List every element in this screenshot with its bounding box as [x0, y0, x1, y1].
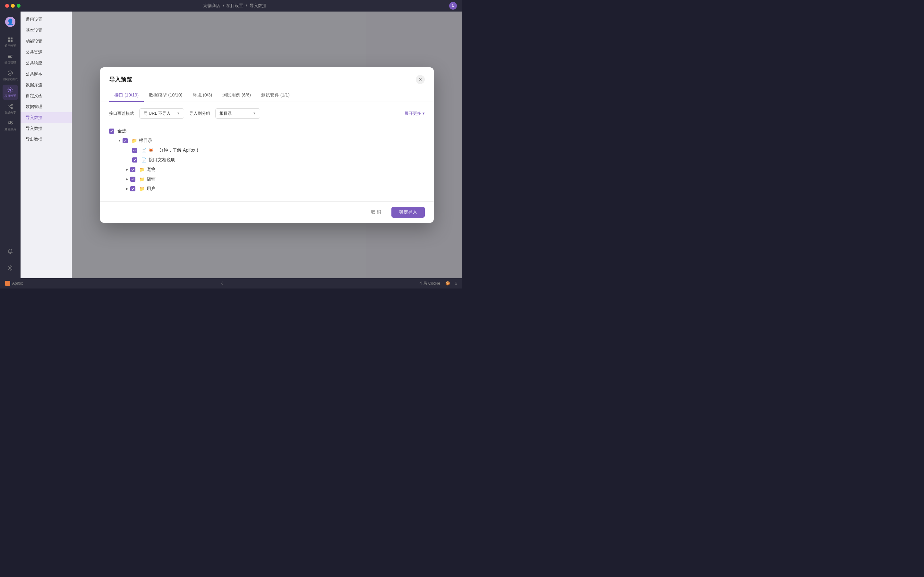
- sidebar-icon-autotest[interactable]: 自动化测试: [3, 68, 18, 83]
- svg-point-10: [8, 106, 9, 107]
- apifox-logo-text: Apifox: [12, 281, 23, 285]
- sidebar-icon-settings-bottom[interactable]: [3, 260, 18, 276]
- tab-data-model[interactable]: 数据模型 (10/10): [144, 89, 187, 102]
- breadcrumb-item-project: 项目设置: [226, 3, 243, 9]
- close-traffic-light[interactable]: [5, 4, 9, 8]
- sidebar-icon-avatar[interactable]: 👤: [3, 14, 18, 29]
- nav-item-custom[interactable]: 自定义函: [21, 90, 72, 101]
- breadcrumb-item-import: 导入数据: [250, 3, 266, 9]
- tree-root-toggle[interactable]: ▼: [117, 138, 122, 143]
- nav-item-import-active[interactable]: 导入数据: [21, 112, 72, 123]
- sidebar-icon-share[interactable]: 在线分享: [3, 101, 18, 117]
- sidebar-label-project: 项目设置: [5, 94, 16, 98]
- file-apifox-label: 一分钟，了解 Apifox！: [155, 147, 200, 153]
- nav-item-public-script[interactable]: 公共脚本: [21, 69, 72, 79]
- svg-rect-4: [8, 55, 13, 55]
- modal-close-button[interactable]: ✕: [416, 75, 425, 84]
- folder-user-checkbox[interactable]: [130, 186, 136, 191]
- nav-item-function[interactable]: 功能设置: [21, 36, 72, 47]
- tree-store-toggle[interactable]: ▶: [124, 177, 129, 182]
- nav-item-general[interactable]: 通用设置: [21, 14, 72, 25]
- svg-rect-5: [8, 56, 11, 57]
- folder-user-label: 用户: [147, 186, 156, 192]
- tab-test-suite[interactable]: 测试套件 (1/1): [256, 89, 295, 102]
- coverage-mode-chevron: ▼: [177, 111, 180, 115]
- title-bar: 宠物商店 / 项目设置 / 导入数据 ↻: [0, 0, 462, 11]
- tree-root-row: ▼ 📁 根目录: [117, 136, 425, 145]
- file-apifox-doc-icon: 📄: [141, 148, 147, 153]
- select-all-label: 全选: [118, 128, 126, 134]
- nav-item-data-mgmt[interactable]: 数据管理: [21, 101, 72, 112]
- svg-point-8: [9, 89, 11, 91]
- svg-point-11: [11, 107, 13, 109]
- options-bar: 接口覆盖模式 同 URL 不导入 ▼ 导入到分组 根目录 ▼: [109, 108, 425, 119]
- sidebar-icon-members[interactable]: 邀请成员: [3, 118, 18, 133]
- svg-rect-2: [8, 40, 10, 42]
- modal: 导入预览 ✕ 接口 (19/19) 数据模型 (10/10) 环境 (0/3) …: [100, 67, 434, 223]
- content-area: 导入预览 ✕ 接口 (19/19) 数据模型 (10/10) 环境 (0/3) …: [72, 11, 462, 278]
- sidebar-icon-notification[interactable]: [3, 243, 18, 259]
- tree-select-all-row: 全选: [109, 126, 425, 136]
- svg-point-9: [11, 104, 13, 105]
- svg-point-14: [10, 268, 11, 269]
- file-doc-checkbox[interactable]: [132, 157, 137, 163]
- minimize-traffic-light[interactable]: [11, 4, 15, 8]
- sync-icon[interactable]: ↻: [449, 2, 457, 10]
- title-bar-right: ↻: [444, 2, 457, 10]
- folder-store-icon: 📁: [139, 177, 145, 182]
- modal-header: 导入预览 ✕: [100, 67, 434, 84]
- tree-container: 全选 ▼ 📁 根目录: [109, 125, 425, 195]
- tab-interface[interactable]: 接口 (19/19): [109, 89, 144, 102]
- nav-item-import2[interactable]: 导入数据: [21, 123, 72, 134]
- tree-file-apifox-row: 📄 🦊 一分钟，了解 Apifox！: [132, 145, 425, 155]
- nav-item-db[interactable]: 数据库连: [21, 79, 72, 90]
- folder-pet-label: 宠物: [147, 167, 156, 172]
- breadcrumb-separator-2: /: [246, 3, 247, 8]
- modal-footer: 取 消 确定导入: [100, 201, 434, 223]
- select-all-checkbox[interactable]: [109, 129, 114, 134]
- sidebar-label-members: 邀请成员: [5, 127, 16, 131]
- cookie-icon: 🍪: [445, 281, 450, 285]
- expand-more-button[interactable]: 展开更多 ▾: [405, 111, 425, 116]
- maximize-traffic-light[interactable]: [17, 4, 21, 8]
- sidebar-label-share: 在线分享: [5, 111, 16, 115]
- sidebar-icon-project-settings[interactable]: 项目设置: [3, 85, 18, 100]
- import-to-value: 根目录: [220, 111, 232, 116]
- import-to-chevron: ▼: [253, 111, 256, 115]
- collapse-sidebar-button[interactable]: 《: [219, 281, 223, 286]
- nav-item-basic[interactable]: 基本设置: [21, 25, 72, 36]
- coverage-mode-label: 接口覆盖模式: [109, 111, 134, 116]
- sidebar-label-autotest: 自动化测试: [3, 77, 18, 81]
- sidebar-label-general: 通用设置: [5, 44, 16, 48]
- folder-pet-checkbox[interactable]: [130, 167, 136, 172]
- expand-more-chevron: ▾: [423, 111, 425, 116]
- coverage-mode-select[interactable]: 同 URL 不导入 ▼: [139, 108, 184, 119]
- modal-overlay: 导入预览 ✕ 接口 (19/19) 数据模型 (10/10) 环境 (0/3) …: [72, 11, 462, 278]
- sidebar-icon-general[interactable]: 通用设置: [3, 35, 18, 50]
- svg-point-13: [11, 121, 12, 122]
- file-apifox-emoji: 🦊: [149, 148, 153, 153]
- confirm-import-button[interactable]: 确定导入: [391, 207, 425, 218]
- global-cookie-label[interactable]: 全局 Cookie: [419, 281, 440, 286]
- info-icon[interactable]: ℹ: [455, 281, 457, 285]
- tree-folder-store-row: ▶ 📁 店铺: [124, 174, 425, 184]
- nav-item-export[interactable]: 导出数据: [21, 134, 72, 145]
- nav-item-public-response[interactable]: 公共响应: [21, 58, 72, 69]
- sidebar-icon-interface[interactable]: 接口管理: [3, 51, 18, 67]
- file-doc-label: 接口文档说明: [149, 157, 176, 163]
- tree-user-toggle[interactable]: ▶: [124, 186, 129, 191]
- file-apifox-checkbox[interactable]: [132, 148, 137, 153]
- root-checkbox[interactable]: [123, 138, 128, 143]
- folder-pet-icon: 📁: [139, 167, 145, 172]
- import-to-select[interactable]: 根目录 ▼: [215, 108, 260, 119]
- folder-user-icon: 📁: [139, 186, 145, 191]
- tree-pet-toggle[interactable]: ▶: [124, 167, 129, 172]
- tree-folder-user-row: ▶ 📁 用户: [124, 184, 425, 193]
- folder-store-checkbox[interactable]: [130, 177, 136, 182]
- folder-store-label: 店铺: [147, 176, 156, 182]
- tab-test-case[interactable]: 测试用例 (6/6): [217, 89, 256, 102]
- tree-folder-pet-row: ▶ 📁 宠物: [124, 165, 425, 174]
- nav-item-public-resource[interactable]: 公共资源: [21, 47, 72, 58]
- tab-env[interactable]: 环境 (0/3): [188, 89, 218, 102]
- cancel-button[interactable]: 取 消: [365, 207, 388, 218]
